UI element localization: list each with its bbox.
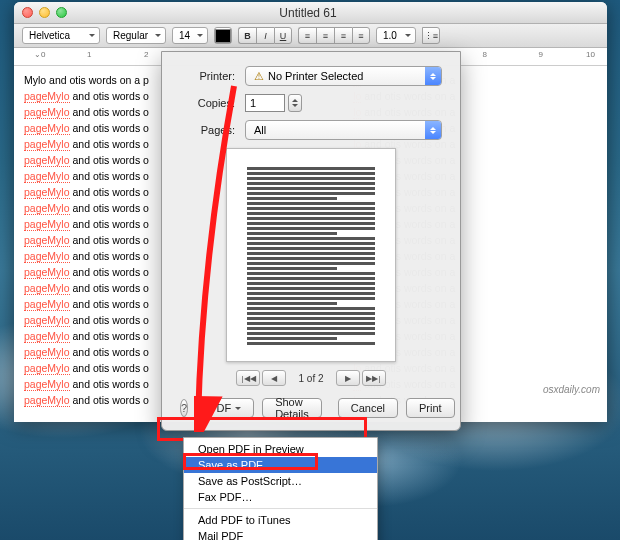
align-right-button[interactable]: ≡	[334, 27, 352, 44]
align-left-button[interactable]: ≡	[298, 27, 316, 44]
pdf-dropdown-menu: Open PDF in PreviewSave as PDF…Save as P…	[183, 437, 378, 540]
printer-label: Printer:	[180, 70, 235, 82]
copies-stepper[interactable]	[288, 94, 302, 112]
menu-item[interactable]: Open PDF in Preview	[184, 441, 377, 457]
underline-button[interactable]: U	[274, 27, 292, 44]
color-picker-icon[interactable]	[214, 27, 232, 44]
menu-item[interactable]: Save as PostScript…	[184, 473, 377, 489]
format-toolbar: Helvetica Regular 14 B I U ≡ ≡ ≡ ≡ 1.0 ⋮…	[14, 24, 607, 48]
print-dialog: Printer: ⚠ No Printer Selected Copies: P…	[161, 51, 461, 431]
menu-item[interactable]: Mail PDF	[184, 528, 377, 540]
menu-item[interactable]: Add PDF to iTunes	[184, 512, 377, 528]
show-details-button[interactable]: Show Details	[262, 398, 322, 418]
copies-input[interactable]	[245, 94, 285, 112]
align-center-button[interactable]: ≡	[316, 27, 334, 44]
bold-button[interactable]: B	[238, 27, 256, 44]
align-justify-button[interactable]: ≡	[352, 27, 370, 44]
font-family-select[interactable]: Helvetica	[22, 27, 100, 44]
titlebar: Untitled 61	[14, 2, 607, 24]
printer-select[interactable]: ⚠ No Printer Selected	[245, 66, 442, 86]
page-navigation: |◀◀ ◀ 1 of 2 ▶ ▶▶|	[180, 370, 442, 386]
cancel-button[interactable]: Cancel	[338, 398, 398, 418]
help-button[interactable]: ?	[180, 399, 188, 417]
copies-label: Copies:	[180, 97, 235, 109]
pages-label: Pages:	[180, 124, 235, 136]
font-size-select[interactable]: 14	[172, 27, 208, 44]
menu-item[interactable]: Fax PDF…	[184, 489, 377, 505]
font-weight-select[interactable]: Regular	[106, 27, 166, 44]
window-title: Untitled 61	[17, 6, 599, 20]
list-button[interactable]: ⋮≡	[422, 27, 440, 44]
prev-page-button[interactable]: ◀	[262, 370, 286, 386]
page-indicator: 1 of 2	[298, 373, 323, 384]
first-page-button[interactable]: |◀◀	[236, 370, 260, 386]
print-preview	[226, 148, 396, 362]
pages-select[interactable]: All	[245, 120, 442, 140]
line-spacing-select[interactable]: 1.0	[376, 27, 416, 44]
menu-item[interactable]: Save as PDF…	[184, 457, 377, 473]
italic-button[interactable]: I	[256, 27, 274, 44]
print-button[interactable]: Print	[406, 398, 455, 418]
warning-icon: ⚠	[254, 70, 264, 83]
next-page-button[interactable]: ▶	[336, 370, 360, 386]
pdf-menu-button[interactable]: PDF	[196, 398, 254, 418]
last-page-button[interactable]: ▶▶|	[362, 370, 386, 386]
watermark: osxdaily.com	[543, 384, 600, 395]
